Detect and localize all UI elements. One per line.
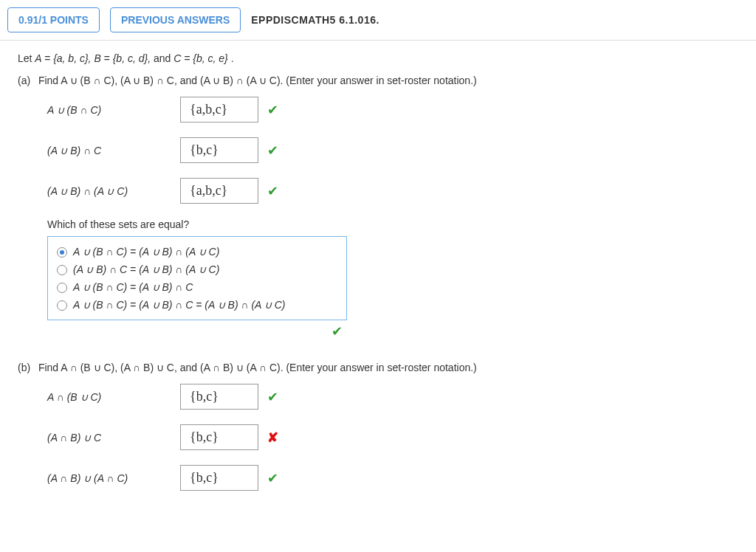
answer-input[interactable]: {b,c} <box>180 384 258 410</box>
expression-label: A ∪ (B ∩ C) <box>47 104 180 116</box>
part-b-instruction: (b) Find A ∩ (B ∪ C), (A ∩ B) ∪ C, and (… <box>18 362 738 373</box>
expression-label: A ∩ (B ∪ C) <box>47 391 180 403</box>
answer-input[interactable]: {b,c} <box>180 465 258 491</box>
radio-button[interactable] <box>57 283 67 293</box>
text: C = {b, c, e} <box>173 52 228 64</box>
expression-label: (A ∪ B) ∩ C <box>47 145 180 156</box>
cross-icon: ✘ <box>267 429 278 446</box>
option-text: (A ∪ B) ∩ C = (A ∪ B) ∩ (A ∪ C) <box>73 263 219 275</box>
radio-button[interactable] <box>57 265 67 275</box>
previous-answers-button[interactable]: PREVIOUS ANSWERS <box>110 7 241 32</box>
instruction-text: Find A ∩ (B ∪ C), (A ∩ B) ∪ C, and (A ∩ … <box>38 362 477 373</box>
expression-label: (A ∩ B) ∪ C <box>47 432 180 444</box>
text: . <box>231 52 234 64</box>
check-icon: ✔ <box>331 324 343 339</box>
text: Let <box>18 52 35 64</box>
radio-button[interactable] <box>57 300 67 311</box>
answer-input[interactable]: {a,b,c} <box>180 97 258 123</box>
radio-button[interactable] <box>57 247 67 258</box>
multiple-choice-box: A ∪ (B ∩ C) = (A ∪ B) ∩ (A ∪ C) (A ∪ B) … <box>47 236 347 320</box>
mc-option[interactable]: A ∪ (B ∩ C) = (A ∪ B) ∩ C <box>57 278 337 296</box>
check-icon: ✔ <box>267 470 278 486</box>
answer-input[interactable]: {b,c} <box>180 424 258 450</box>
option-text: A ∪ (B ∩ C) = (A ∪ B) ∩ C <box>73 281 193 293</box>
mc-option[interactable]: A ∪ (B ∩ C) = (A ∪ B) ∩ C = (A ∪ B) ∩ (A… <box>57 296 337 314</box>
question-content: Let A = {a, b, c}, B = {b, c, d}, and C … <box>0 41 756 517</box>
mc-option[interactable]: (A ∪ B) ∩ C = (A ∪ B) ∩ (A ∪ C) <box>57 261 337 278</box>
check-icon: ✔ <box>267 183 278 199</box>
answer-row: (A ∪ B) ∩ C {b,c} ✔ <box>47 137 738 163</box>
check-icon: ✔ <box>267 142 278 159</box>
option-text: A ∪ (B ∩ C) = (A ∪ B) ∩ (A ∪ C) <box>73 246 219 258</box>
text: and <box>154 52 173 64</box>
text: A = {a, b, c}, B = {b, c, d}, <box>35 52 154 64</box>
mc-option[interactable]: A ∪ (B ∩ C) = (A ∪ B) ∩ (A ∪ C) <box>57 243 337 261</box>
check-icon: ✔ <box>267 389 278 405</box>
instruction-text: Find A ∪ (B ∩ C), (A ∪ B) ∩ C, and (A ∪ … <box>38 75 477 86</box>
answer-row: A ∩ (B ∪ C) {b,c} ✔ <box>47 384 738 410</box>
part-label: (b) <box>18 362 35 373</box>
sub-question: Which of these sets are equal? <box>47 218 738 230</box>
answer-row: (A ∪ B) ∩ (A ∪ C) {a,b,c} ✔ <box>47 178 738 204</box>
option-text: A ∪ (B ∩ C) = (A ∪ B) ∩ C = (A ∪ B) ∩ (A… <box>73 299 285 311</box>
check-icon: ✔ <box>267 102 278 118</box>
answer-row: A ∪ (B ∩ C) {a,b,c} ✔ <box>47 97 738 123</box>
part-a-instruction: (a) Find A ∪ (B ∩ C), (A ∪ B) ∩ C, and (… <box>18 75 738 86</box>
part-label: (a) <box>18 75 35 86</box>
answer-row: (A ∩ B) ∪ (A ∩ C) {b,c} ✔ <box>47 465 738 491</box>
expression-label: (A ∪ B) ∩ (A ∪ C) <box>47 185 180 197</box>
answer-input[interactable]: {a,b,c} <box>180 178 258 204</box>
answer-row: (A ∩ B) ∪ C {b,c} ✘ <box>47 424 738 450</box>
question-id: EPPDISCMATH5 6.1.016. <box>251 14 379 26</box>
sets-definition: Let A = {a, b, c}, B = {b, c, d}, and C … <box>18 52 738 64</box>
expression-label: (A ∩ B) ∪ (A ∩ C) <box>47 472 180 484</box>
top-bar: 0.91/1 POINTS PREVIOUS ANSWERS EPPDISCMA… <box>0 0 756 41</box>
points-badge: 0.91/1 POINTS <box>7 7 100 32</box>
answer-input[interactable]: {b,c} <box>180 137 258 163</box>
mc-result: ✔ <box>47 320 351 339</box>
